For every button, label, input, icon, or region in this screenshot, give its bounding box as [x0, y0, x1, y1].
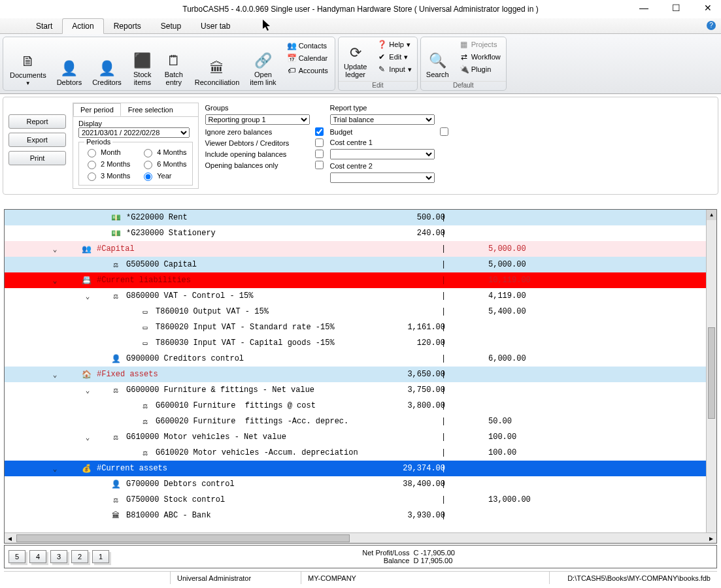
table-row[interactable]: ⚖G600010 Furniture fittings @ cost3,800.…: [5, 398, 716, 414]
table-row[interactable]: ▭T860020 Input VAT - Standard rate -15%1…: [5, 319, 716, 335]
cc2-select[interactable]: [330, 172, 435, 183]
projects-button[interactable]: ▦Projects: [457, 39, 503, 50]
period-3months[interactable]: 3 Months: [84, 171, 130, 181]
include-opening-check[interactable]: [315, 150, 324, 158]
print-button[interactable]: Print: [8, 151, 66, 165]
expand-toggle-icon[interactable]: ⌄: [83, 433, 92, 442]
close-button[interactable]: ✕: [697, 1, 718, 14]
workflow-button[interactable]: ⇄Workflow: [457, 51, 503, 63]
accounts-button[interactable]: 🏷Accounts: [284, 65, 331, 76]
scroll-left-icon[interactable]: ◂: [5, 533, 15, 544]
expand-toggle-icon[interactable]: ⌄: [50, 370, 59, 379]
tab-usertab[interactable]: User tab: [191, 18, 240, 33]
table-row[interactable]: ⌄⚖G860000 VAT - Control - 15%|4,119.00: [5, 288, 716, 304]
expand-toggle-icon[interactable]: ⌄: [50, 465, 59, 473]
expand-toggle-icon[interactable]: ⌄: [50, 245, 59, 253]
table-row[interactable]: 👤G900000 Creditors control|6,000.00: [5, 351, 716, 367]
period-month[interactable]: Month: [84, 147, 130, 157]
opening-only-check[interactable]: [315, 161, 324, 169]
tab-free-selection[interactable]: Free selection: [121, 103, 180, 116]
debtors-button[interactable]: 👤Debtors: [52, 39, 88, 89]
page-button[interactable]: 1: [92, 550, 109, 563]
horizontal-scrollbar[interactable]: ◂ ▸: [5, 532, 716, 543]
tab-reports[interactable]: Reports: [104, 18, 151, 33]
table-row[interactable]: ⌄⚖G610000 Motor vehicles - Net value|100…: [5, 429, 716, 445]
date-range-select[interactable]: 2021/03/01 / 2022/02/28: [78, 127, 190, 138]
row-label: G900000 Creditors control: [126, 354, 244, 363]
cc1-select[interactable]: [330, 149, 435, 159]
recon-button[interactable]: 🏛Reconciliation: [190, 39, 244, 89]
tab-action[interactable]: Action: [62, 18, 103, 34]
ignore-zero-check[interactable]: [315, 127, 324, 136]
scroll-up-icon[interactable]: ▴: [707, 210, 716, 220]
row-icon: ⚖: [109, 385, 122, 395]
update-ledger-button[interactable]: ⟳Update ledger: [339, 37, 372, 81]
documents-button[interactable]: 🗎Documents▼: [5, 39, 52, 89]
maximize-button[interactable]: ☐: [665, 1, 687, 14]
tab-per-period[interactable]: Per period: [73, 103, 121, 116]
groups-label: Groups: [205, 104, 310, 112]
plugin-button[interactable]: 🔌Plugin: [457, 63, 503, 75]
table-row[interactable]: 👤G700000 Debtors control38,400.00|: [5, 476, 716, 492]
expand-toggle-icon[interactable]: ⌄: [83, 292, 92, 301]
table-row[interactable]: ⌄📇#Current liabilities|10,119.00: [5, 272, 716, 288]
table-row[interactable]: ⌄🏠#Fixed assets3,650.00|: [5, 367, 716, 382]
boxes-icon: ⬛: [133, 52, 151, 69]
budget-check[interactable]: [440, 127, 448, 136]
credit-value: 100.00: [488, 433, 516, 442]
minimize-button[interactable]: —: [633, 1, 655, 14]
help-dropdown[interactable]: ❓Help ▾: [375, 39, 414, 50]
period-2months[interactable]: 2 Months: [84, 159, 130, 169]
separator: |: [441, 307, 446, 316]
scrollbar-thumb[interactable]: [708, 327, 715, 419]
search-button[interactable]: 🔍Search: [421, 37, 454, 81]
export-button[interactable]: Export: [8, 133, 66, 147]
row-label: #Current liabilities: [97, 276, 191, 285]
app-title: TurboCASH5 - 4.0.0.969 Single user - Han…: [182, 5, 538, 14]
page-button[interactable]: 5: [8, 550, 25, 563]
scroll-right-icon[interactable]: ▸: [706, 533, 716, 544]
tab-start[interactable]: Start: [26, 18, 62, 33]
period-year[interactable]: Year: [141, 171, 186, 181]
accounts-icon: 🏷: [287, 66, 296, 75]
table-row[interactable]: 💵*G230000 Stationery240.00|: [5, 225, 716, 241]
table-row[interactable]: ⌄👥#Capital|5,000.00: [5, 241, 716, 257]
page-button[interactable]: 2: [71, 550, 88, 563]
viewer-label: Viewer Debtors / Creditors: [205, 139, 310, 147]
stock-button[interactable]: ⬛Stock items: [127, 39, 158, 89]
table-row[interactable]: ▭T860030 Input VAT - Capital goods -15%1…: [5, 335, 716, 351]
table-row[interactable]: ⚖G600020 Furniture fittings -Acc. deprec…: [5, 414, 716, 429]
table-row[interactable]: ⌄💰#Current assets29,374.00|: [5, 461, 716, 476]
scrollbar-thumb[interactable]: [16, 534, 350, 542]
viewer-check[interactable]: [315, 139, 324, 147]
expand-toggle-icon[interactable]: ⌄: [50, 276, 59, 285]
periods-legend: Periods: [84, 138, 112, 146]
table-row[interactable]: ⚖G610020 Motor vehicles -Accum. deprecia…: [5, 445, 716, 461]
report-button[interactable]: Report: [8, 114, 66, 129]
table-row[interactable]: ⚖G505000 Capital|5,000.00: [5, 257, 716, 272]
expand-toggle-icon[interactable]: ⌄: [83, 386, 92, 395]
help-icon[interactable]: ?: [707, 21, 716, 30]
report-type-select[interactable]: Trial balance: [330, 114, 435, 125]
contacts-button[interactable]: 👥Contacts: [284, 40, 331, 52]
table-row[interactable]: ⌄⚖G600000 Furniture & fittings - Net val…: [5, 382, 716, 398]
period-4months[interactable]: 4 Months: [141, 147, 186, 157]
creditors-button[interactable]: 👤Creditors: [87, 39, 127, 89]
separator: |: [441, 323, 446, 332]
table-row[interactable]: 🏛B810000 ABC - Bank3,930.00|: [5, 508, 716, 523]
openitem-button[interactable]: 🔗Open item link: [244, 39, 281, 89]
table-row[interactable]: ⚖G750000 Stock control|13,000.00: [5, 492, 716, 508]
page-button[interactable]: 4: [29, 550, 46, 563]
calendar-button[interactable]: 📅Calendar: [284, 52, 331, 64]
input-dropdown[interactable]: ✎Input ▾: [375, 63, 414, 75]
debit-value: 29,374.00: [403, 464, 445, 473]
table-row[interactable]: ▭T860010 Output VAT - 15%|5,400.00: [5, 304, 716, 319]
tab-setup[interactable]: Setup: [151, 18, 191, 33]
edit-dropdown[interactable]: ✔Edit ▾: [375, 51, 414, 63]
period-6months[interactable]: 6 Months: [141, 159, 186, 169]
groups-select[interactable]: Reporting group 1: [205, 114, 310, 125]
batch-button[interactable]: 🗒Batch entry: [158, 39, 190, 89]
table-row[interactable]: 💵*G220000 Rent500.00|: [5, 210, 716, 225]
vertical-scrollbar[interactable]: ▴: [706, 210, 716, 532]
page-button[interactable]: 3: [50, 550, 67, 563]
